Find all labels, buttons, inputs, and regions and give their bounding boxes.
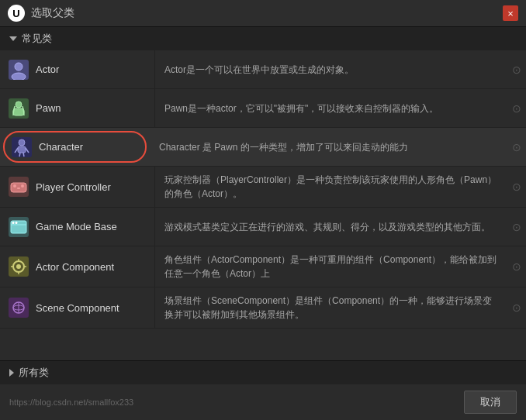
playercontroller-info-icon: ⊙ bbox=[507, 167, 526, 207]
footer-bar: https://blog.csdn.net/smallfox233 取消 bbox=[0, 384, 526, 420]
ue-logo-icon: U bbox=[8, 5, 25, 22]
item-left-gamemodebase: Game Mode Base bbox=[0, 208, 155, 246]
scenecomponent-icon bbox=[8, 297, 29, 318]
playercontroller-icon bbox=[8, 176, 29, 198]
svg-point-15 bbox=[13, 184, 16, 188]
list-item[interactable]: Actor Component 角色组件（ActorComponent）是一种可… bbox=[0, 246, 526, 287]
svg-point-22 bbox=[16, 222, 18, 224]
item-left-actorcomponent: Actor Component bbox=[0, 246, 155, 287]
gamemodebase-label: Game Mode Base bbox=[36, 221, 117, 232]
pawn-desc: Pawn是一种actor，它可以"被拥有"，可以接收来自控制器的输入。 bbox=[155, 89, 507, 127]
item-left-character: Character bbox=[3, 131, 147, 163]
svg-line-12 bbox=[23, 153, 24, 157]
gamemodebase-desc: 游戏模式基类定义正在进行的游戏、其规则、得分，以及游戏类型的其他方面。 bbox=[155, 208, 507, 246]
expand-icon bbox=[9, 36, 17, 41]
scenecomponent-label: Scene Component bbox=[36, 302, 119, 314]
svg-rect-8 bbox=[18, 146, 26, 153]
item-left-pawn: Pawn bbox=[0, 89, 155, 127]
list-item[interactable]: Scene Component 场景组件（SceneComponent）是组件（… bbox=[0, 287, 526, 329]
svg-point-25 bbox=[16, 264, 21, 269]
character-icon bbox=[11, 136, 33, 158]
actor-label: Actor bbox=[36, 64, 59, 75]
list-item[interactable]: Player Controller 玩家控制器（PlayerController… bbox=[0, 167, 526, 208]
playercontroller-label: Player Controller bbox=[36, 181, 111, 193]
cancel-button[interactable]: 取消 bbox=[464, 391, 517, 414]
svg-rect-17 bbox=[17, 188, 20, 189]
item-left-playercontroller: Player Controller bbox=[0, 167, 155, 207]
actor-desc: Actor是一个可以在世界中放置或生成的对象。 bbox=[155, 50, 507, 88]
list-item[interactable]: Actor Actor是一个可以在世界中放置或生成的对象。 ⊙ bbox=[0, 50, 526, 89]
svg-point-2 bbox=[12, 73, 26, 80]
list-item[interactable]: Pawn Pawn是一种actor，它可以"被拥有"，可以接收来自控制器的输入。… bbox=[0, 89, 526, 128]
actorcomponent-desc: 角色组件（ActorComponent）是一种可重用的组件（Component）… bbox=[155, 246, 507, 287]
character-info-icon: ⊙ bbox=[507, 128, 526, 166]
title-bar-left: U 选取父类 bbox=[8, 5, 74, 22]
svg-rect-5 bbox=[13, 108, 24, 115]
svg-point-1 bbox=[15, 63, 22, 71]
svg-point-16 bbox=[21, 184, 24, 188]
character-desc: Character 是 Pawn 的一种类型，增加了可以来回走动的能力 bbox=[150, 128, 507, 166]
list-item[interactable]: Character Character 是 Pawn 的一种类型，增加了可以来回… bbox=[0, 128, 526, 167]
gamemodebase-icon bbox=[8, 216, 29, 238]
scenecomponent-info-icon: ⊙ bbox=[507, 287, 526, 328]
bottom-bar: 所有类 https://blog.csdn.net/smallfox233 取消 bbox=[0, 360, 526, 420]
window-title: 选取父类 bbox=[31, 6, 74, 20]
playercontroller-desc: 玩家控制器（PlayerController）是一种负责控制该玩家使用的人形角色… bbox=[155, 167, 507, 207]
item-left-scenecomponent: Scene Component bbox=[0, 287, 155, 328]
common-classes-label: 常见类 bbox=[22, 32, 52, 46]
svg-point-21 bbox=[12, 222, 15, 224]
scenecomponent-desc: 场景组件（SceneComponent）是组件（Component）的一种，能够… bbox=[155, 287, 507, 328]
pawn-label: Pawn bbox=[36, 102, 61, 114]
actorcomponent-label: Actor Component bbox=[36, 261, 114, 273]
svg-line-11 bbox=[19, 153, 20, 157]
main-content: 常见类 Actor Actor是一个可以在世界中放置或生成的对象。 ⊙ bbox=[0, 27, 526, 420]
character-label: Character bbox=[39, 141, 83, 153]
actor-icon bbox=[8, 59, 29, 81]
actor-info-icon: ⊙ bbox=[507, 50, 526, 88]
list-item[interactable]: Game Mode Base 游戏模式基类定义正在进行的游戏、其规则、得分，以及… bbox=[0, 208, 526, 246]
title-bar: U 选取父类 × bbox=[0, 0, 526, 27]
common-classes-section-header[interactable]: 常见类 bbox=[0, 27, 526, 50]
gamemodebase-info-icon: ⊙ bbox=[507, 208, 526, 246]
pawn-info-icon: ⊙ bbox=[507, 89, 526, 127]
all-classes-label: 所有类 bbox=[19, 366, 49, 380]
svg-point-7 bbox=[19, 139, 25, 146]
footer-url: https://blog.csdn.net/smallfox233 bbox=[9, 398, 133, 407]
pawn-icon bbox=[8, 98, 29, 119]
actorcomponent-info-icon: ⊙ bbox=[507, 246, 526, 287]
svg-point-4 bbox=[16, 102, 22, 108]
item-left-actor: Actor bbox=[0, 50, 155, 88]
items-list: Actor Actor是一个可以在世界中放置或生成的对象。 ⊙ Pawn bbox=[0, 50, 526, 360]
actorcomponent-icon bbox=[8, 256, 29, 277]
expand-all-icon bbox=[9, 369, 14, 377]
close-button[interactable]: × bbox=[503, 5, 518, 21]
all-classes-section-header[interactable]: 所有类 bbox=[0, 361, 526, 384]
